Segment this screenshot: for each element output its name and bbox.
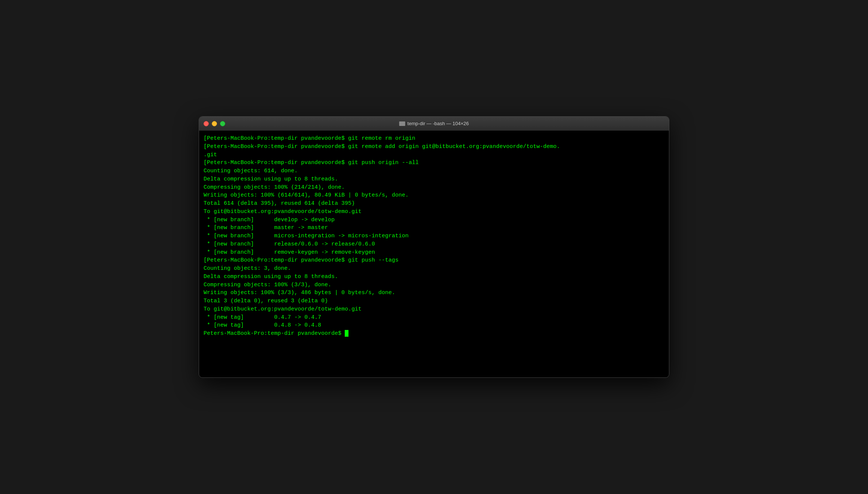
terminal-line: Writing objects: 100% (614/614), 80.49 K…	[204, 191, 664, 200]
terminal-line: * [new branch] micros-integration -> mic…	[204, 232, 664, 240]
terminal-line: To git@bitbucket.org:pvandevoorde/totw-d…	[204, 305, 664, 314]
window-title: temp-dir — -bash — 104×26	[399, 121, 469, 126]
terminal-line: * [new branch] master -> master	[204, 224, 664, 232]
terminal-body[interactable]: [Peters-MacBook-Pro:temp-dir pvandevoord…	[199, 131, 669, 377]
minimize-button[interactable]	[212, 121, 217, 126]
terminal-cursor	[345, 330, 348, 337]
terminal-line: * [new branch] release/0.6.0 -> release/…	[204, 240, 664, 248]
terminal-line: [Peters-MacBook-Pro:temp-dir pvandevoord…	[204, 256, 664, 265]
terminal-line: Delta compression using up to 8 threads.	[204, 175, 664, 183]
terminal-line: Writing objects: 100% (3/3), 486 bytes |…	[204, 289, 664, 297]
terminal-line: .git	[204, 151, 664, 159]
terminal-output: [Peters-MacBook-Pro:temp-dir pvandevoord…	[204, 135, 664, 338]
maximize-button[interactable]	[220, 121, 225, 126]
close-button[interactable]	[204, 121, 209, 126]
titlebar: temp-dir — -bash — 104×26	[199, 117, 669, 131]
traffic-lights	[204, 121, 225, 126]
terminal-line: Peters-MacBook-Pro:temp-dir pvandevoorde…	[204, 330, 664, 338]
terminal-line: Compressing objects: 100% (3/3), done.	[204, 281, 664, 289]
terminal-line: To git@bitbucket.org:pvandevoorde/totw-d…	[204, 208, 664, 216]
terminal-line: Counting objects: 3, done.	[204, 265, 664, 273]
terminal-line: Delta compression using up to 8 threads.	[204, 273, 664, 281]
folder-icon	[399, 121, 405, 126]
terminal-line: * [new tag] 0.4.8 -> 0.4.8	[204, 321, 664, 330]
terminal-line: Total 614 (delta 395), reused 614 (delta…	[204, 200, 664, 208]
terminal-line: [Peters-MacBook-Pro:temp-dir pvandevoord…	[204, 135, 664, 143]
terminal-window: temp-dir — -bash — 104×26 [Peters-MacBoo…	[199, 116, 669, 378]
terminal-line: Counting objects: 614, done.	[204, 167, 664, 175]
window-title-text: temp-dir — -bash — 104×26	[407, 121, 469, 126]
terminal-line: * [new branch] develop -> develop	[204, 216, 664, 224]
terminal-line: Total 3 (delta 0), reused 3 (delta 0)	[204, 297, 664, 305]
terminal-line: Compressing objects: 100% (214/214), don…	[204, 183, 664, 192]
terminal-line: [Peters-MacBook-Pro:temp-dir pvandevoord…	[204, 143, 664, 151]
terminal-line: * [new branch] remove-keygen -> remove-k…	[204, 248, 664, 257]
terminal-line: [Peters-MacBook-Pro:temp-dir pvandevoord…	[204, 159, 664, 167]
terminal-line: * [new tag] 0.4.7 -> 0.4.7	[204, 314, 664, 322]
